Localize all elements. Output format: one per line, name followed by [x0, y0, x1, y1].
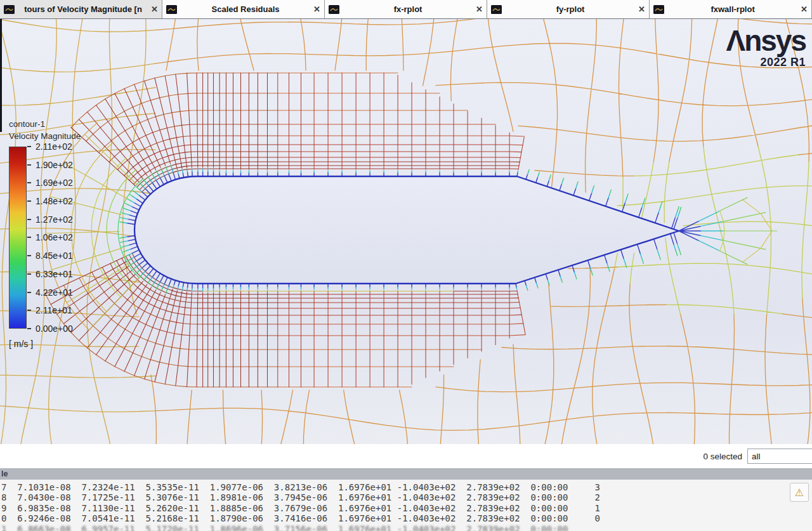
- colorbar: [9, 147, 27, 329]
- tab-close-icon[interactable]: ✕: [801, 4, 808, 14]
- legend-tick-mark: [27, 237, 31, 238]
- legend-tick-mark: [27, 292, 31, 293]
- tab-label: Scaled Residuals: [181, 4, 310, 14]
- graphics-tab[interactable]: fx-rplot ✕: [325, 0, 487, 18]
- tab-label: fy-rplot: [506, 4, 634, 14]
- fluent-window: tours of Velocity Magnitude [n ✕ Scaled …: [0, 0, 812, 531]
- console-row-partial: 1 6.8663e-08 6.9957e-11 5.1720e-11 1.869…: [0, 524, 812, 531]
- legend-tick-label: 6.33e+01: [27, 270, 73, 279]
- graphics-viewport: Λnsys 2022 R1 contour-1 Velocity Magnitu…: [0, 19, 812, 444]
- legend-tick-label: 1.69e+02: [27, 178, 73, 187]
- legend-unit: [ m/s ]: [9, 339, 81, 349]
- legend-tick-mark: [27, 219, 31, 220]
- graphics-tab[interactable]: Scaled Residuals ✕: [162, 0, 325, 18]
- legend-tick-mark: [27, 328, 31, 329]
- selection-status-row: 0 selected all: [0, 444, 812, 468]
- legend-tick-mark: [27, 182, 31, 183]
- graphics-tab[interactable]: fy-rplot ✕: [487, 0, 650, 18]
- legend-tick-mark: [27, 255, 31, 256]
- legend-tick-label: 2.11e+01: [27, 306, 73, 315]
- tab-close-icon[interactable]: ✕: [476, 4, 483, 14]
- contour-legend: contour-1 Velocity Magnitude 2.11e+02: [9, 118, 81, 349]
- left-edge-sliver: [0, 19, 2, 132]
- legend-tick-label: 2.11e+02: [27, 142, 73, 151]
- legend-tick-label: 1.90e+02: [27, 161, 73, 169]
- tab-label: tours of Velocity Magnitude [n: [19, 4, 147, 14]
- graphics-tab-bar: tours of Velocity Magnitude [n ✕ Scaled …: [0, 0, 812, 19]
- ansys-wordmark: Λnsys: [726, 27, 806, 55]
- console-output[interactable]: 7 7.1031e-08 7.2324e-11 5.3535e-11 1.907…: [0, 480, 812, 531]
- graphics-tab[interactable]: tours of Velocity Magnitude [n ✕: [0, 0, 162, 18]
- console-header-bar: le: [0, 468, 812, 480]
- legend-tick-label: 8.45e+01: [27, 251, 73, 260]
- legend-tick-label: 1.27e+02: [27, 215, 73, 224]
- plot-thumbnail-icon: [166, 5, 177, 14]
- tab-close-icon[interactable]: ✕: [313, 4, 320, 14]
- console-row: 9 6.9835e-08 7.1130e-11 5.2620e-11 1.888…: [0, 503, 812, 513]
- legend-tick-mark: [27, 310, 31, 311]
- console-row: 8 7.0430e-08 7.1725e-11 5.3076e-11 1.898…: [0, 492, 812, 502]
- legend-tick-mark: [27, 164, 31, 166]
- plot-thumbnail-icon: [491, 5, 502, 14]
- tab-close-icon[interactable]: ✕: [638, 4, 645, 14]
- legend-tick-label: 1.06e+02: [27, 233, 73, 242]
- plot-thumbnail-icon: [329, 5, 339, 14]
- legend-tick-label: 0.00e+00: [27, 324, 73, 333]
- legend-tick-mark: [27, 146, 31, 147]
- warning-button[interactable]: ⚠: [790, 483, 809, 502]
- console-row: 0 6.9246e-08 7.0541e-11 5.2168e-11 1.879…: [0, 513, 812, 523]
- legend-name: contour-1: [9, 118, 81, 130]
- legend-tick-mark: [27, 273, 31, 275]
- mesh-canvas[interactable]: [0, 19, 812, 444]
- console-header-label: le: [0, 469, 8, 478]
- console-row: 7 7.1031e-08 7.2324e-11 5.3535e-11 1.907…: [0, 482, 812, 492]
- plot-thumbnail-icon: [4, 5, 15, 14]
- legend-tick-label: 1.48e+02: [27, 197, 73, 206]
- filter-dropdown[interactable]: all: [747, 449, 812, 464]
- ansys-version: 2022 R1: [726, 56, 806, 69]
- tab-label: fx-rplot: [344, 4, 472, 14]
- legend-tick-label: 4.22e+01: [27, 288, 73, 297]
- tab-close-icon[interactable]: ✕: [151, 4, 158, 14]
- legend-field: Velocity Magnitude: [9, 130, 81, 142]
- tab-label: fxwall-rplot: [669, 4, 797, 14]
- colorbar-labels: 2.11e+02 1.90e+02 1.69e+02: [27, 142, 73, 333]
- graphics-tab[interactable]: fxwall-rplot ✕: [650, 0, 812, 18]
- selected-count-label: 0 selected: [703, 452, 742, 461]
- legend-tick-mark: [27, 200, 31, 202]
- plot-thumbnail-icon: [653, 5, 664, 14]
- ansys-logo: Λnsys 2022 R1: [726, 27, 806, 69]
